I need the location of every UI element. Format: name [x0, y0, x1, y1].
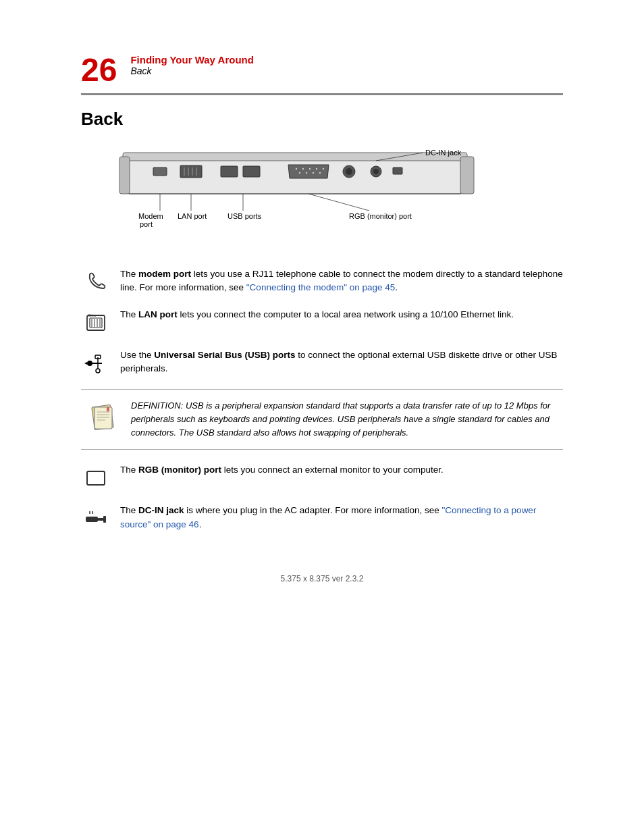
footer-text: 5.375 x 8.375 ver 2.3.2	[281, 574, 364, 583]
svg-rect-2	[119, 157, 130, 194]
usb-port-row: Use the Universal Serial Bus (USB) ports…	[81, 348, 563, 378]
definition-icon	[81, 399, 122, 434]
lan-icon: Ether	[81, 308, 111, 338]
chapter-title: Finding Your Way Around	[130, 54, 253, 66]
svg-rect-3	[460, 157, 474, 194]
svg-rect-58	[87, 471, 105, 485]
page-footer: 5.375 x 8.375 ver 2.3.2	[81, 574, 563, 583]
laptop-diagram: Modem port LAN port USB ports RGB (monit…	[81, 143, 563, 251]
svg-point-19	[306, 172, 307, 174]
svg-rect-5	[180, 165, 202, 178]
svg-marker-12	[288, 165, 329, 178]
svg-point-13	[296, 168, 297, 170]
svg-rect-61	[103, 516, 106, 523]
svg-text:LAN port: LAN port	[178, 212, 207, 220]
svg-text:RGB (monitor) port: RGB (monitor) port	[349, 212, 412, 220]
modem-link[interactable]: "Connecting the modem" on page 45	[246, 282, 395, 292]
svg-point-17	[323, 168, 324, 170]
svg-point-18	[299, 172, 300, 174]
section-heading: Back	[81, 109, 563, 130]
page-number: 26	[81, 54, 117, 86]
svg-point-16	[316, 168, 317, 170]
lan-port-row: Ether The LAN port lets you connect the …	[81, 308, 563, 338]
chapter-subtitle: Back	[130, 66, 253, 76]
svg-point-14	[302, 168, 304, 170]
svg-rect-60	[98, 518, 103, 521]
svg-point-23	[346, 168, 352, 175]
usb-port-text: Use the Universal Serial Bus (USB) ports…	[120, 348, 563, 376]
definition-text: DEFINITION: USB is a peripheral expansio…	[131, 399, 563, 440]
dcin-port-text: The DC-IN jack is where you plug in the …	[120, 504, 563, 531]
svg-text:USB ports: USB ports	[227, 212, 262, 220]
rgb-port-text: The RGB (monitor) port lets you connect …	[120, 463, 563, 477]
svg-rect-59	[86, 517, 98, 522]
rgb-icon	[81, 463, 111, 493]
modem-icon	[81, 267, 111, 297]
svg-text:Ether: Ether	[88, 313, 97, 317]
svg-rect-4	[153, 167, 167, 176]
diagram-svg: Modem port LAN port USB ports RGB (monit…	[81, 143, 563, 251]
rgb-port-row: The RGB (monitor) port lets you connect …	[81, 463, 563, 493]
svg-text:DC-IN jack: DC-IN jack	[425, 149, 462, 157]
svg-line-34	[308, 194, 369, 211]
svg-rect-52	[95, 407, 112, 429]
svg-point-15	[309, 168, 311, 170]
modem-port-row: The modem port lets you use a RJ11 telep…	[81, 267, 563, 297]
page-header: 26 Finding Your Way Around Back	[81, 54, 563, 86]
dcin-port-row: The DC-IN jack is where you plug in the …	[81, 504, 563, 533]
page: 26 Finding Your Way Around Back Back	[0, 0, 644, 834]
definition-box: DEFINITION: USB is a peripheral expansio…	[81, 389, 563, 450]
dcin-icon	[81, 504, 111, 533]
svg-rect-49	[95, 355, 101, 359]
svg-point-20	[313, 172, 314, 174]
svg-point-21	[319, 172, 321, 174]
svg-text:Modem: Modem	[138, 212, 163, 220]
svg-text:port: port	[140, 220, 153, 228]
svg-point-25	[373, 169, 379, 174]
svg-rect-26	[393, 167, 402, 174]
svg-rect-11	[243, 166, 260, 177]
modem-port-text: The modem port lets you use a RJ11 telep…	[120, 267, 563, 295]
page-header-text: Finding Your Way Around Back	[130, 54, 253, 76]
svg-point-45	[87, 361, 92, 366]
usb-icon	[81, 348, 111, 378]
lan-port-text: The LAN port lets you connect the comput…	[120, 308, 563, 321]
svg-rect-10	[221, 166, 238, 177]
header-divider	[81, 93, 563, 95]
